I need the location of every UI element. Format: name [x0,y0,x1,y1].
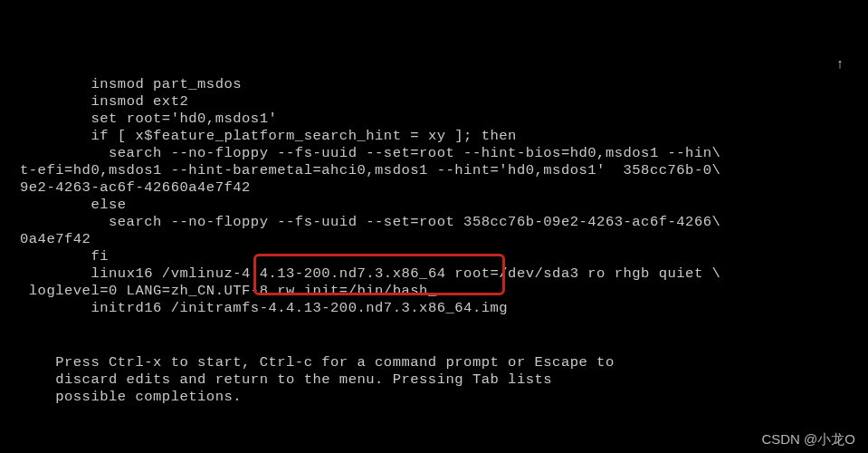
init-override: rw init=/bin/bash [277,283,428,299]
line-else: else [91,197,126,213]
line-linux16: linux16 /vmlinuz-4.4.13-200.nd7.3.x86_64… [91,265,720,282]
line-insmod-msdos: insmod part_msdos [91,76,242,92]
text-cursor-icon: _ [428,283,437,300]
boot-entry-text[interactable]: insmod part_msdos insmod ext2 set root='… [20,59,848,334]
line-search-1c: 9e2-4263-ac6f-42660a4e7f42 [20,179,251,196]
help-line-3: possible completions. [20,389,242,405]
line-search-2b: 0a4e7f42 [20,231,91,247]
line-insmod-ext2: insmod ext2 [91,93,188,110]
help-line-2: discard edits and return to the menu. Pr… [20,371,552,388]
help-line-1: Press Ctrl-x to start, Ctrl-c for a comm… [20,354,615,371]
line-initrd16: initrd16 /initramfs-4.4.13-200.nd7.3.x86… [91,300,508,316]
line-set-root: set root='hd0,msdos1' [91,111,277,127]
grub-editor-screen: ↑ insmod part_msdos insmod ext2 set root… [0,0,868,453]
line-fi: fi [91,248,109,265]
watermark-label: CSDN @小龙O [761,430,855,448]
line-search-1a: search --no-floppy --fs-uuid --set=root … [109,145,720,161]
help-footer: Press Ctrl-x to start, Ctrl-c for a comm… [20,337,848,423]
line-if: if [ x$feature_platform_search_hint = xy… [91,128,516,144]
line-search-1b: t-efi=hd0,msdos1 --hint-baremetal=ahci0,… [20,162,720,178]
line-search-2a: search --no-floppy --fs-uuid --set=root … [109,214,720,230]
line-loglevel: loglevel=0 LANG=zh_CN.UTF-8 [20,283,277,299]
